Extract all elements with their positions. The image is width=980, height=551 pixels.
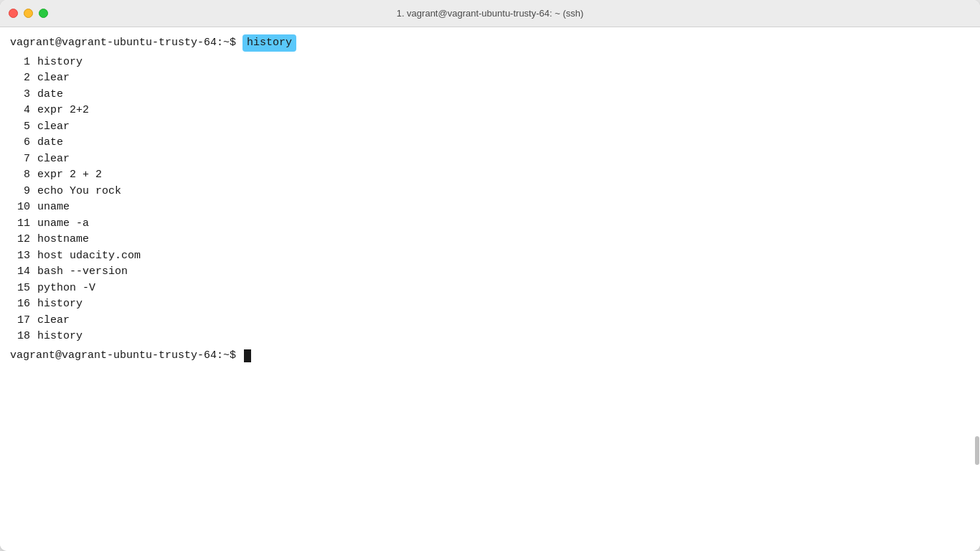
history-number: 16	[10, 296, 37, 313]
history-number: 10	[10, 199, 37, 216]
history-number: 2	[10, 70, 37, 87]
history-number: 13	[10, 248, 37, 265]
history-command: expr 2+2	[37, 103, 89, 119]
close-button[interactable]	[9, 9, 18, 18]
minimize-button[interactable]	[24, 9, 33, 18]
history-command: clear	[37, 151, 70, 168]
history-entry: 17clear	[10, 313, 970, 329]
history-command: clear	[37, 70, 70, 87]
history-number: 18	[10, 329, 37, 345]
history-number: 17	[10, 313, 37, 329]
history-number: 14	[10, 264, 37, 281]
history-number: 4	[10, 103, 37, 119]
terminal-window: 1. vagrant@vagrant-ubuntu-trusty-64: ~ (…	[0, 0, 980, 551]
history-entry: 7clear	[10, 151, 970, 168]
history-entry: 6date	[10, 135, 970, 151]
history-command: clear	[37, 119, 70, 136]
history-number: 11	[10, 216, 37, 232]
prompt-text: vagrant@vagrant-ubuntu-trusty-64:~$	[10, 35, 242, 51]
history-entry: 12hostname	[10, 232, 970, 248]
scrollbar-thumb[interactable]	[975, 436, 979, 465]
history-entry: 2clear	[10, 70, 970, 87]
history-entry: 1history	[10, 55, 970, 71]
cursor	[244, 349, 251, 362]
scrollbar-track[interactable]	[974, 27, 980, 551]
history-command: expr 2 + 2	[37, 167, 102, 184]
history-command: echo You rock	[37, 184, 121, 200]
history-entry: 10uname	[10, 199, 970, 216]
history-number: 12	[10, 232, 37, 248]
history-command: uname -a	[37, 216, 89, 232]
history-command: python -V	[37, 281, 95, 297]
history-command: hostname	[37, 232, 89, 248]
history-number: 1	[10, 55, 37, 71]
history-entry: 18history	[10, 329, 970, 345]
history-number: 7	[10, 151, 37, 168]
history-entry: 5clear	[10, 119, 970, 136]
history-number: 9	[10, 184, 37, 200]
history-entry: 15python -V	[10, 281, 970, 297]
history-entry: 8expr 2 + 2	[10, 167, 970, 184]
history-command: bash --version	[37, 264, 128, 281]
history-command: history	[37, 296, 83, 313]
history-list: 1history2clear3date4expr 2+25clear6date7…	[10, 55, 970, 345]
history-command: history	[37, 329, 83, 345]
history-entry: 14bash --version	[10, 264, 970, 281]
window-title: 1. vagrant@vagrant-ubuntu-trusty-64: ~ (…	[397, 8, 584, 19]
history-command: clear	[37, 313, 70, 329]
bottom-prompt-line: vagrant@vagrant-ubuntu-trusty-64:~$	[10, 348, 970, 364]
history-number: 8	[10, 167, 37, 184]
history-entry: 11uname -a	[10, 216, 970, 232]
history-entry: 9echo You rock	[10, 184, 970, 200]
titlebar: 1. vagrant@vagrant-ubuntu-trusty-64: ~ (…	[0, 0, 980, 27]
history-command: date	[37, 87, 63, 103]
history-command: history	[37, 55, 83, 71]
current-command: history	[242, 34, 296, 52]
history-entry: 3date	[10, 87, 970, 103]
history-command: date	[37, 135, 63, 151]
history-entry: 4expr 2+2	[10, 103, 970, 119]
history-number: 6	[10, 135, 37, 151]
history-command: uname	[37, 199, 70, 216]
bottom-prompt-text: vagrant@vagrant-ubuntu-trusty-64:~$	[10, 348, 242, 364]
history-command: host udacity.com	[37, 248, 141, 265]
window-controls	[9, 9, 48, 18]
maximize-button[interactable]	[39, 9, 48, 18]
history-entry: 13host udacity.com	[10, 248, 970, 265]
history-number: 3	[10, 87, 37, 103]
history-number: 15	[10, 281, 37, 297]
command-prompt-line: vagrant@vagrant-ubuntu-trusty-64:~$ hist…	[10, 34, 970, 52]
terminal-body[interactable]: vagrant@vagrant-ubuntu-trusty-64:~$ hist…	[0, 27, 980, 551]
history-entry: 16history	[10, 296, 970, 313]
history-number: 5	[10, 119, 37, 136]
